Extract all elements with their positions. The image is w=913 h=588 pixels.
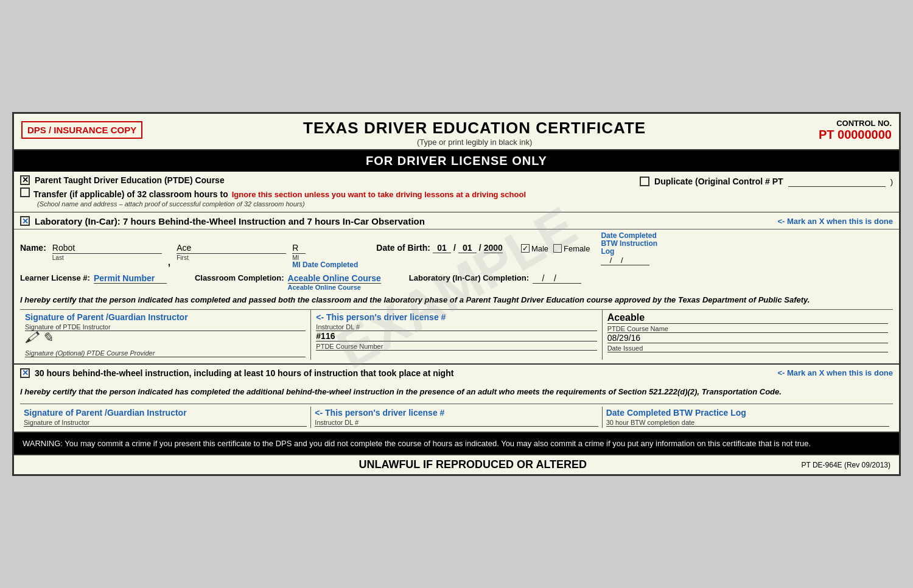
lab-checkbox[interactable] [20, 216, 30, 226]
btw-date-col: Date Completed BTW Practice Log 30 hour … [603, 407, 893, 428]
male-checkbox[interactable] [521, 244, 530, 253]
sig-section: Signature of Parent /Guardian Instructor… [20, 309, 893, 360]
aceable-date-note: Aceable Online Course [288, 284, 361, 291]
first-name-label: First [177, 254, 188, 261]
sig-instructor-image: 🖍 ✎ [25, 331, 306, 349]
ptde-course-number-label: PTDE Course Number [316, 343, 596, 351]
duplicate-label: Duplicate (Original Control # PT [654, 177, 783, 186]
learner-value: Permit Number [94, 273, 167, 284]
learner-row: Learner License #: Permit Number Classro… [20, 273, 893, 291]
ptde-checkbox[interactable] [20, 175, 30, 185]
gender-group: Male Female Date Completed BTW Instructi… [521, 232, 657, 266]
ptde-label: Parent Taught Driver Education (PTDE) Co… [35, 175, 225, 185]
ptde-course-name-value: Aceable [607, 312, 888, 324]
btw-header: 30 hours behind-the-wheel instruction, i… [14, 365, 899, 380]
main-banner: FOR DRIVER LICENSE ONLY [14, 150, 899, 172]
btw-log-label: Log [601, 248, 614, 256]
warning-section: WARNING: You may commit a crime if you p… [14, 433, 899, 455]
last-name-value: Robot [52, 243, 162, 254]
btw-sig-section: Signature of Parent /Guardian Instructor… [20, 404, 893, 432]
dob-day: 01 [458, 243, 477, 253]
btw-section: 30 hours behind-the-wheel instruction, i… [14, 365, 899, 433]
instructor-dl-value: #116 [316, 331, 596, 341]
btw-sig-instructor-label: Signature of Instructor [24, 419, 307, 427]
top-checkboxes-section: Parent Taught Driver Education (PTDE) Co… [14, 172, 899, 212]
certify-text: I hereby certify that the person indicat… [20, 295, 893, 306]
date-issued-label: Date Issued [607, 345, 888, 352]
btw-date-completed-label: Date Completed [601, 232, 656, 240]
btw-instructor-dl-label: Instructor DL # [315, 419, 598, 427]
btw-header-text: 30 hours behind-the-wheel instruction, i… [35, 368, 772, 378]
classroom-label: Classroom Completion: [195, 273, 284, 282]
certificate-header: DPS / INSURANCE COPY TEXAS DRIVER EDUCAT… [14, 114, 899, 150]
sig-provider-label: Signature (Optional) PTDE Course Provide… [25, 349, 306, 357]
female-option: Female [553, 244, 590, 253]
dob-month: 01 [433, 243, 451, 253]
footer-center-text: UNLAWFUL IF REPRODUCED OR ALTERED [144, 458, 801, 471]
warning-text: WARNING: You may commit a crime if you p… [23, 439, 811, 448]
lab-section: EXAMPLE Laboratory (In-Car): 7 hours Beh… [14, 212, 899, 365]
btw-date-completed-label: 30 hour BTW completion date [606, 419, 889, 427]
dob-label: Date of Birth: [376, 243, 430, 253]
sig-dl-col: <- This person's driver license # Instru… [311, 310, 602, 360]
last-name-label: Last [52, 254, 64, 261]
btw-sig-instructor-blue: Signature of Parent /Guardian Instructor [24, 408, 307, 418]
classroom-value: Aceable Online Course [288, 273, 381, 284]
duplicate-end: ) [890, 177, 893, 186]
last-name-field: Robot Last [52, 243, 162, 261]
mi-value: R [292, 243, 306, 254]
first-name-value: Ace [177, 243, 286, 254]
female-label: Female [564, 244, 590, 253]
dob-year: 2000 [484, 243, 503, 253]
duplicate-checkbox[interactable] [640, 177, 649, 186]
transfer-label: Transfer (if applicable) of 32 classroom… [33, 189, 228, 199]
lab-header-text: Laboratory (In-Car): 7 hours Behind-the-… [35, 216, 772, 226]
sig-instructor-label: Signature of PTDE Instructor [25, 323, 306, 331]
instructor-dl-label: Instructor DL # [316, 323, 596, 331]
title-center: TEXAS DRIVER EDUCATION CERTIFICATE (Type… [155, 119, 794, 147]
footer-bar: UNLAWFUL IF REPRODUCED OR ALTERED PT DE-… [14, 454, 899, 474]
lab-body: Name: Robot Last , Ace First R [14, 229, 899, 363]
lab-header: Laboratory (In-Car): 7 hours Behind-the-… [14, 212, 899, 229]
dps-badge: DPS / INSURANCE COPY [21, 121, 142, 139]
btw-sig-instructor-col: Signature of Parent /Guardian Instructor… [20, 407, 311, 428]
sig-ptde-col: Aceable PTDE Course Name 08/29/16 Date I… [603, 310, 893, 360]
btw-certify-text: I hereby certify that the person indicat… [20, 387, 893, 397]
btw-instructor-dl-blue: <- This person's driver license # [315, 408, 598, 418]
title-subtitle: (Type or print legibly in black ink) [155, 138, 794, 147]
date-issued-value: 08/29/16 [607, 333, 888, 343]
dob-group: Date of Birth: 01 / 01 / 2000 [376, 243, 503, 253]
footer-right-text: PT DE-964E (Rev 09/2013) [801, 461, 890, 469]
transfer-checkbox[interactable] [20, 187, 30, 197]
btw-date-completed-blue: Date Completed BTW Practice Log [606, 408, 889, 418]
control-number: PT 00000000 [794, 128, 892, 142]
ptde-course-name-label: PTDE Course Name [607, 325, 888, 333]
school-note: (School name and address – attach proof … [37, 200, 305, 208]
lab-completion-label: Laboratory (In-Car) Completion: [409, 273, 529, 282]
transfer-red-note: Ignore this section unless you want to t… [232, 190, 526, 199]
control-number-block: CONTROL NO. PT 00000000 [794, 119, 892, 142]
mi-date-completed-label: MI Date Completed [292, 261, 358, 269]
lab-completion-field[interactable]: / / [533, 273, 581, 284]
btw-mark-note: <- Mark an X when this is done [777, 368, 893, 377]
btw-sig-dl-col: <- This person's driver license # Instru… [311, 407, 602, 428]
main-title: TEXAS DRIVER EDUCATION CERTIFICATE [155, 119, 794, 138]
male-option: Male [521, 244, 548, 253]
sig-instructor-blue: Signature of Parent /Guardian Instructor [25, 312, 306, 322]
female-checkbox[interactable] [553, 244, 562, 253]
control-label: CONTROL NO. [794, 119, 892, 128]
btw-date-field[interactable]: / / [601, 256, 623, 265]
male-label: Male [531, 244, 548, 253]
btw-instruction-log: BTW Instruction [601, 240, 657, 248]
instructor-dl-blue: <- This person's driver license # [316, 312, 596, 322]
mi-date-block: R MI MI Date Completed [292, 243, 358, 269]
name-colon: Name: [20, 243, 46, 253]
first-name-field: Ace First [177, 243, 286, 261]
btw-checkbox[interactable] [20, 368, 30, 378]
name-dob-row: Name: Robot Last , Ace First R [20, 232, 893, 270]
learner-label: Learner License #: [20, 273, 90, 282]
lab-mark-note: <- Mark an X when this is done [777, 217, 893, 226]
duplicate-field[interactable] [788, 177, 886, 187]
sig-instructor-col: Signature of Parent /Guardian Instructor… [20, 310, 311, 360]
